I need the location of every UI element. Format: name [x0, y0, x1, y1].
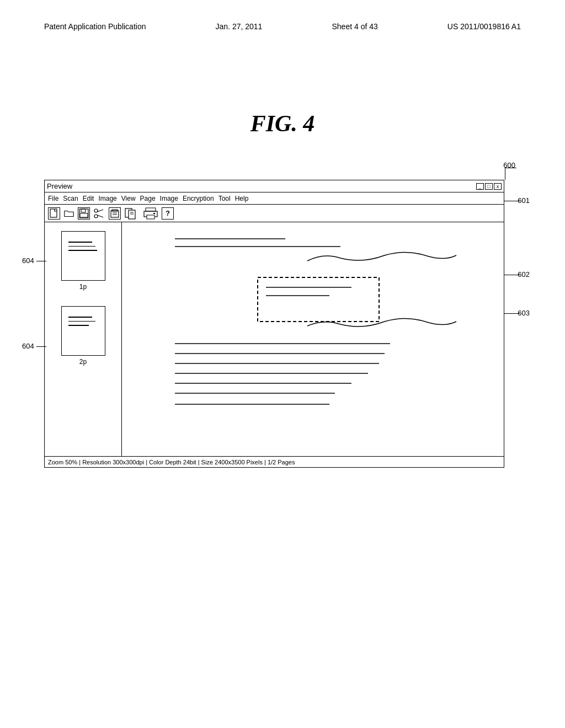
- menu-edit[interactable]: Edit: [83, 195, 94, 202]
- tool-help-icon[interactable]: ?: [162, 207, 174, 220]
- thumb-label-2: 2p: [79, 358, 87, 366]
- main-preview-area: [122, 222, 504, 456]
- menu-image[interactable]: Image: [98, 195, 116, 202]
- tool-open-icon[interactable]: [63, 208, 74, 219]
- figure-title: FIG. 4: [250, 110, 315, 137]
- close-button[interactable]: x: [494, 183, 502, 190]
- preview-window: Preview _ □ x File Scan Edit Image View …: [44, 180, 504, 468]
- menu-bar: File Scan Edit Image View Page Image Enc…: [45, 192, 504, 205]
- label-602-arrow: [504, 275, 520, 275]
- thumb-page-2: [61, 306, 105, 356]
- content-area: 1p 2p: [45, 222, 504, 456]
- label-600-arrow-h: [505, 168, 516, 168]
- label-604-bottom: 604: [22, 342, 34, 350]
- svg-rect-2: [81, 209, 86, 212]
- svg-rect-18: [147, 215, 154, 219]
- svg-line-7: [97, 215, 103, 217]
- menu-file[interactable]: File: [48, 195, 58, 202]
- thumb-page-1: [61, 231, 105, 281]
- preview-svg: [130, 228, 496, 448]
- header-sheet: Sheet 4 of 43: [332, 22, 377, 31]
- thumb-label-1: 1p: [79, 283, 87, 291]
- menu-encryption[interactable]: Encryption: [183, 195, 214, 202]
- label-604a-arrow: [36, 261, 46, 261]
- maximize-button[interactable]: □: [485, 183, 493, 190]
- svg-line-6: [97, 210, 103, 212]
- label-601-arrow: [504, 201, 520, 201]
- label-603-arrow: [504, 313, 520, 314]
- header-right: US 2011/0019816 A1: [447, 22, 521, 31]
- header-center-date: Jan. 27, 2011: [216, 22, 263, 31]
- svg-rect-22: [258, 277, 379, 322]
- header-left: Patent Application Publication: [44, 22, 146, 31]
- svg-rect-13: [129, 210, 135, 219]
- status-bar: Zoom 50% | Resolution 300x300dpi | Color…: [45, 456, 504, 467]
- tool-new-icon[interactable]: [48, 207, 60, 220]
- minimize-button[interactable]: _: [476, 183, 484, 190]
- patent-header: Patent Application Publication Jan. 27, …: [44, 22, 521, 31]
- svg-rect-0: [50, 209, 57, 217]
- menu-view[interactable]: View: [121, 195, 136, 202]
- label-604b-arrow: [36, 346, 46, 347]
- menu-tool[interactable]: Tool: [218, 195, 231, 202]
- label-600-arrow: [505, 168, 505, 180]
- thumbnail-2[interactable]: 2p: [48, 306, 118, 366]
- svg-rect-19: [153, 213, 155, 214]
- tool-copy-icon[interactable]: [124, 207, 140, 220]
- menu-image2[interactable]: Image: [160, 195, 178, 202]
- title-bar: Preview _ □ x: [45, 180, 504, 192]
- window-controls: _ □ x: [476, 183, 502, 190]
- thumbnail-panel: 1p 2p: [45, 222, 122, 456]
- tool-save-icon[interactable]: [78, 207, 90, 220]
- tool-print-icon[interactable]: [143, 207, 158, 220]
- svg-rect-3: [80, 213, 88, 217]
- label-604-top: 604: [22, 256, 34, 265]
- window-title: Preview: [47, 182, 72, 190]
- svg-rect-16: [146, 208, 156, 211]
- tool-scissors-icon[interactable]: [93, 207, 105, 220]
- diagram-container: 600 Preview _ □ x File Scan Edit Image V…: [44, 160, 532, 546]
- menu-help[interactable]: Help: [235, 195, 249, 202]
- thumbnail-1[interactable]: 1p: [48, 231, 118, 291]
- tool-paste-icon[interactable]: [109, 207, 121, 220]
- status-text: Zoom 50% | Resolution 300x300dpi | Color…: [48, 459, 295, 465]
- svg-rect-9: [111, 211, 119, 217]
- menu-page[interactable]: Page: [140, 195, 156, 202]
- menu-scan[interactable]: Scan: [63, 195, 78, 202]
- toolbar: ?: [45, 205, 504, 222]
